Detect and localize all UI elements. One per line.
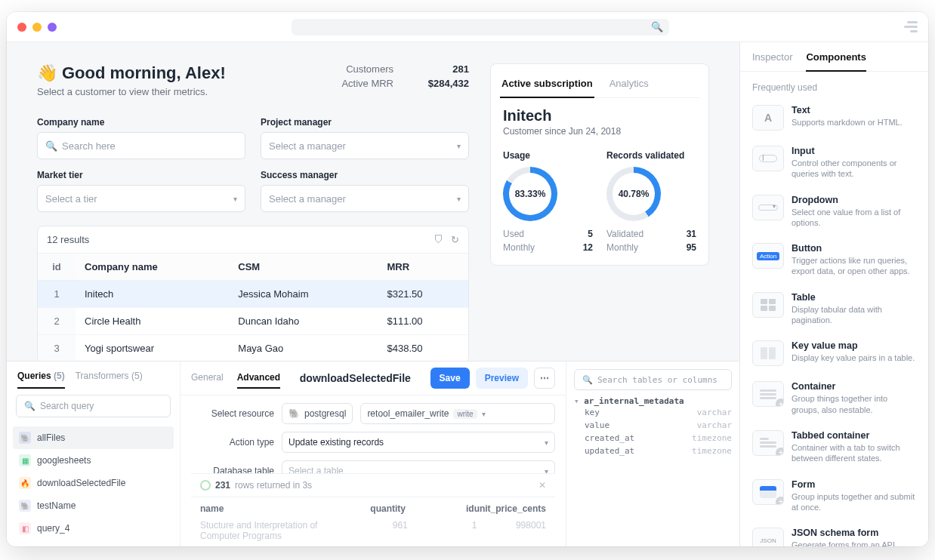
omnibox[interactable]: 🔍 (292, 19, 669, 35)
close-icon[interactable]: ✕ (538, 480, 546, 491)
col-csm[interactable]: CSM (229, 254, 378, 281)
action-label: Action type (191, 437, 274, 448)
tab-active-subscription[interactable]: Active subscription (500, 73, 594, 98)
component-item[interactable]: JSON JSON schema formGenerate forms from… (749, 520, 919, 546)
results-bar: 231 rows returned in 3s ✕ (191, 473, 555, 497)
db-tree: ▾ ar_internal_metadata keyvarcharvalueva… (574, 396, 732, 457)
usage-label: Usage (503, 150, 593, 161)
subtab-general[interactable]: General (191, 368, 224, 389)
query-item[interactable]: 🐘testName (13, 494, 174, 517)
component-item[interactable]: Tabbed containerContainer with a tab to … (749, 423, 919, 472)
component-item[interactable]: FormGroup inputs together and submit at … (749, 472, 919, 521)
search-icon: 🔍 (582, 375, 593, 385)
resource-db-pill[interactable]: 🐘postgresql (282, 403, 353, 424)
filter-icon[interactable]: ⛉ (434, 234, 443, 245)
db-table-name[interactable]: ar_internal_metadata (584, 396, 684, 406)
minimize-icon[interactable] (32, 23, 42, 32)
db-column[interactable]: created_attimezone (574, 432, 732, 445)
db-column[interactable]: updated_attimezone (574, 445, 732, 457)
mrr-value: $284,432 (409, 78, 469, 89)
col-mrr[interactable]: MRR (378, 254, 468, 281)
table-row[interactable]: 3Yogi sportswearMaya Gao$438.50 (38, 335, 468, 362)
table-row[interactable]: 2Circle HealthDuncan Idaho$111.00 (38, 308, 468, 335)
button-icon: Action (752, 243, 784, 269)
results-preview: name quantity id unit_price_cents Stuctu… (191, 496, 555, 544)
refresh-icon[interactable]: ↻ (451, 234, 459, 245)
container-icon (752, 381, 784, 407)
app-window: 🔍 👋Good morning, Alex! Select a customer… (7, 12, 928, 546)
menu-icon[interactable] (904, 21, 918, 32)
results-table: 12 results ⛉ ↻ id Company name CSM (37, 226, 469, 361)
db-column[interactable]: valuevarchar (574, 419, 732, 432)
table-icon (752, 292, 784, 318)
db-search-input[interactable]: 🔍Search tables or columns (574, 369, 732, 390)
close-icon[interactable] (17, 23, 26, 32)
query-item[interactable]: 🔥downloadSelectedFile (13, 472, 174, 494)
customer-name: Initech (503, 107, 696, 125)
chevron-down-icon: ▾ (482, 410, 486, 418)
records-label: Records validated (606, 150, 696, 161)
db-icon: 🐘 (19, 500, 31, 512)
component-item[interactable]: ContainerGroup things together into grou… (749, 374, 919, 423)
detail-card: Active subscription Analytics Initech Cu… (490, 63, 709, 266)
form-icon (752, 479, 784, 505)
resource-label: Select resource (191, 408, 274, 419)
save-button[interactable]: Save (430, 368, 470, 389)
component-item[interactable]: TableDisplay tabular data with paginatio… (749, 285, 919, 334)
wave-icon: 👋 (37, 63, 57, 83)
chevron-down-icon: ▾ (233, 195, 237, 203)
json-icon: JSON (752, 528, 784, 546)
query-item[interactable]: 🐘allFiles (13, 426, 174, 449)
col-company[interactable]: Company name (76, 254, 229, 281)
query-item[interactable]: ◧query_4 (13, 517, 174, 540)
summary-stats: Customers281 Active MRR$284,432 (341, 63, 469, 92)
component-item[interactable]: DropdownSelect one value from a list of … (749, 187, 919, 236)
tab-queries[interactable]: Queries (5) (17, 371, 65, 389)
pm-select[interactable]: Select a manager▾ (261, 132, 469, 159)
query-search-input[interactable]: 🔍Search query (16, 395, 171, 417)
sm-select[interactable]: Select a manager▾ (261, 185, 469, 212)
chevron-down-icon[interactable]: ▾ (574, 396, 579, 406)
query-title: downloadSelectedFile (300, 372, 411, 384)
maximize-icon[interactable] (48, 23, 57, 32)
company-label: Company name (37, 117, 245, 128)
table-row[interactable]: 1InitechJessica Mohaim$321.50 (38, 281, 468, 308)
database-icon: 🐘 (289, 408, 300, 419)
text-icon: A (752, 105, 784, 131)
customer-since: Customer since Jun 24, 2018 (503, 126, 696, 137)
action-select[interactable]: Update existing records▾ (282, 432, 555, 453)
component-item[interactable]: A TextSupports markdown or HTML. (749, 97, 919, 138)
tab-components[interactable]: Components (806, 51, 866, 72)
tier-label: Market tier (37, 170, 245, 180)
inspector-panel: Inspector Components Frequently used A T… (739, 42, 928, 546)
dropdown-icon (752, 195, 784, 220)
tabbed-icon (752, 430, 784, 456)
greeting-title: Good morning, Alex! (62, 63, 226, 83)
records-donut: 40.78% (606, 167, 661, 221)
chevron-down-icon: ▾ (545, 438, 548, 447)
db-icon: 🐘 (19, 432, 31, 444)
greeting-subtitle: Select a customer to view their metrics. (37, 86, 226, 97)
col-id[interactable]: id (38, 254, 76, 281)
component-item[interactable]: Key value mapDisplay key value pairs in … (749, 333, 919, 374)
chevron-down-icon: ▾ (457, 142, 461, 150)
resource-select[interactable]: retool_emailer_writewrite▾ (360, 403, 555, 424)
preview-button[interactable]: Preview (476, 368, 528, 389)
search-icon: 🔍 (24, 401, 35, 411)
more-button[interactable]: ⋯ (534, 368, 555, 389)
search-icon: 🔍 (45, 140, 57, 152)
input-icon (752, 146, 784, 171)
tab-transformers[interactable]: Transformers (5) (76, 371, 143, 389)
titlebar: 🔍 (7, 12, 928, 42)
company-search-input[interactable]: 🔍Search here (37, 132, 245, 159)
query-item[interactable]: ▦googlesheets (13, 449, 174, 472)
tab-inspector[interactable]: Inspector (752, 51, 792, 71)
subtab-advanced[interactable]: Advanced (237, 368, 280, 389)
greeting: 👋Good morning, Alex! Select a customer t… (37, 63, 226, 97)
tier-select[interactable]: Select a tier▾ (37, 185, 245, 212)
sheet-icon: ▦ (19, 454, 31, 466)
component-item[interactable]: Action ButtonTrigger actions like run qu… (749, 235, 919, 285)
component-item[interactable]: InputControl other components or queries… (749, 138, 919, 187)
db-column[interactable]: keyvarchar (574, 406, 732, 419)
tab-analytics[interactable]: Analytics (608, 73, 650, 97)
